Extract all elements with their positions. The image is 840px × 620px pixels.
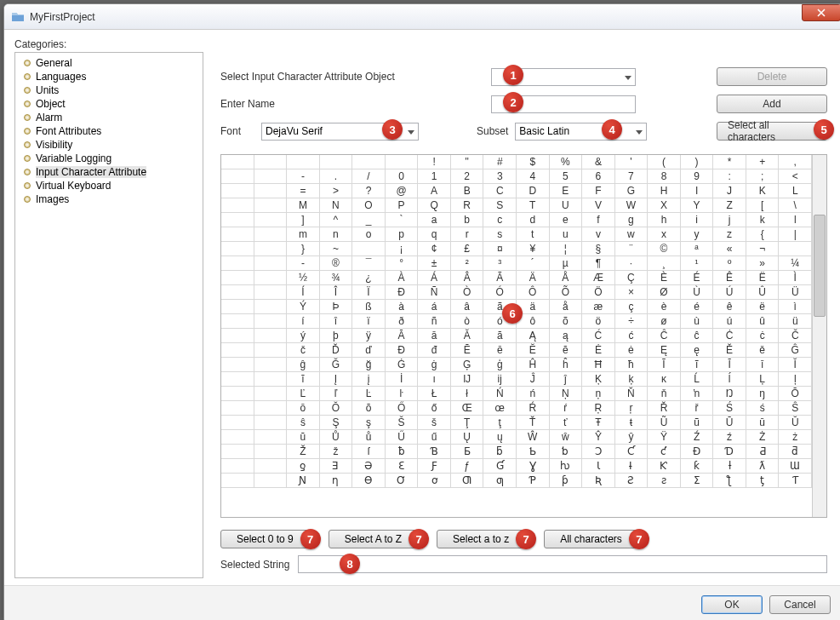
char-cell[interactable]: V: [582, 198, 615, 213]
char-cell[interactable]: ¸: [648, 256, 681, 271]
char-cell[interactable]: Ä: [517, 271, 550, 285]
char-cell[interactable]: [386, 155, 419, 169]
char-cell[interactable]: /: [352, 169, 386, 184]
char-cell[interactable]: ·: [615, 256, 649, 271]
char-cell[interactable]: l: [779, 213, 812, 227]
char-cell[interactable]: v: [582, 227, 615, 242]
char-cell[interactable]: ž: [320, 445, 353, 459]
char-cell[interactable]: ƍ: [287, 459, 320, 474]
char-cell[interactable]: ķ: [615, 372, 649, 387]
char-cell[interactable]: ĉ: [681, 329, 714, 343]
char-cell[interactable]: Į: [320, 372, 353, 387]
char-cell[interactable]: »: [746, 256, 780, 271]
char-cell[interactable]: ź: [713, 430, 746, 445]
char-cell[interactable]: Ŧ: [582, 416, 615, 430]
char-cell[interactable]: ø: [648, 314, 681, 329]
char-cell[interactable]: Ė: [582, 343, 615, 358]
char-cell[interactable]: ¾: [320, 271, 353, 285]
char-cell[interactable]: Ƃ: [451, 445, 484, 459]
char-cell[interactable]: š: [418, 416, 451, 430]
char-cell[interactable]: æ: [582, 300, 615, 314]
char-cell[interactable]: Đ: [386, 343, 419, 358]
char-cell[interactable]: Ɛ: [386, 459, 419, 474]
char-cell[interactable]: w: [615, 227, 649, 242]
close-button[interactable]: [802, 4, 840, 21]
char-cell[interactable]: [254, 213, 288, 227]
char-cell[interactable]: [254, 387, 288, 401]
char-cell[interactable]: Ŗ: [582, 401, 615, 416]
tree-item-variable-logging[interactable]: Variable Logging: [17, 152, 201, 165]
char-cell[interactable]: G: [615, 184, 649, 198]
char-cell[interactable]: ű: [418, 430, 451, 445]
char-cell[interactable]: Ã: [483, 271, 517, 285]
char-cell[interactable]: [254, 416, 288, 430]
char-cell[interactable]: ĥ: [550, 358, 583, 372]
char-cell[interactable]: Ī: [713, 358, 746, 372]
char-cell[interactable]: ƪ: [713, 474, 746, 488]
char-cell[interactable]: #: [483, 155, 517, 169]
char-cell[interactable]: ř: [681, 401, 714, 416]
char-cell[interactable]: ơ: [418, 474, 451, 488]
char-cell[interactable]: Ű: [386, 430, 419, 445]
tree-item-units[interactable]: Units: [17, 83, 201, 97]
grid-scrollbar[interactable]: [812, 155, 826, 517]
char-cell[interactable]: Ɔ: [582, 445, 615, 459]
char-cell[interactable]: [254, 401, 288, 416]
char-cell[interactable]: [254, 256, 288, 271]
char-cell[interactable]: {: [746, 227, 780, 242]
char-cell[interactable]: Ǝ: [320, 459, 353, 474]
char-cell[interactable]: Ƭ: [779, 474, 812, 488]
char-cell[interactable]: [254, 430, 288, 445]
char-cell[interactable]: ƅ: [550, 445, 583, 459]
char-cell[interactable]: [221, 314, 254, 329]
char-cell[interactable]: õ: [550, 314, 583, 329]
char-cell[interactable]: 7: [615, 169, 649, 184]
char-cell[interactable]: Å: [550, 271, 583, 285]
tree-item-general[interactable]: General: [17, 56, 201, 70]
char-cell[interactable]: đ: [418, 343, 451, 358]
char-cell[interactable]: N: [320, 198, 353, 213]
char-cell[interactable]: j: [713, 213, 746, 227]
char-cell[interactable]: ħ: [615, 358, 649, 372]
char-cell[interactable]: ă: [483, 329, 517, 343]
char-cell[interactable]: [254, 184, 288, 198]
char-cell[interactable]: Ɓ: [418, 445, 451, 459]
char-cell[interactable]: -: [287, 169, 320, 184]
char-cell[interactable]: P: [386, 198, 419, 213]
char-cell[interactable]: Ƅ: [517, 445, 550, 459]
selected-string-input[interactable]: [298, 555, 827, 573]
char-cell[interactable]: [254, 459, 288, 474]
char-cell[interactable]: s: [483, 227, 517, 242]
char-cell[interactable]: p: [386, 227, 419, 242]
char-cell[interactable]: °: [386, 256, 419, 271]
char-cell[interactable]: +: [746, 155, 780, 169]
char-cell[interactable]: [779, 242, 812, 256]
char-cell[interactable]: Ħ: [582, 358, 615, 372]
char-cell[interactable]: S: [483, 198, 517, 213]
char-cell[interactable]: <: [779, 169, 812, 184]
char-cell[interactable]: Ũ: [648, 416, 681, 430]
char-cell[interactable]: ŋ: [746, 387, 780, 401]
char-cell[interactable]: ¥: [517, 242, 550, 256]
char-cell[interactable]: Ŕ: [517, 401, 550, 416]
char-cell[interactable]: ¬: [746, 242, 780, 256]
char-cell[interactable]: Ċ: [713, 329, 746, 343]
char-cell[interactable]: Ĺ: [681, 372, 714, 387]
char-cell[interactable]: ×: [615, 285, 649, 300]
char-cell[interactable]: Ÿ: [648, 430, 681, 445]
char-cell[interactable]: Ď: [320, 343, 353, 358]
char-cell[interactable]: Ĵ: [517, 372, 550, 387]
char-cell[interactable]: ª: [681, 242, 714, 256]
char-cell[interactable]: g: [615, 213, 649, 227]
char-cell[interactable]: ¼: [779, 256, 812, 271]
char-cell[interactable]: ¹: [681, 256, 714, 271]
char-cell[interactable]: q: [418, 227, 451, 242]
char-cell[interactable]: I: [681, 184, 714, 198]
char-cell[interactable]: ƈ: [648, 445, 681, 459]
char-cell[interactable]: [221, 198, 254, 213]
char-cell[interactable]: R: [451, 198, 484, 213]
char-cell[interactable]: Ù: [681, 285, 714, 300]
char-cell[interactable]: È: [648, 271, 681, 285]
char-cell[interactable]: ē: [483, 343, 517, 358]
char-cell[interactable]: [287, 155, 320, 169]
